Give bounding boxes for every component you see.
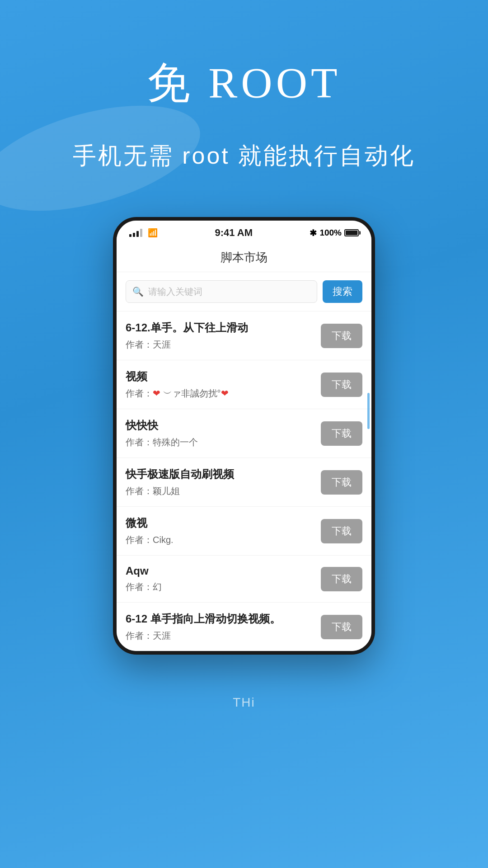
status-time: 9:41 AM	[215, 227, 253, 239]
script-name: Aqw	[126, 565, 314, 577]
signal-bar-3	[136, 231, 139, 237]
search-bar-row: 🔍 请输入关键词 搜索	[117, 272, 371, 311]
bluetooth-icon: ✱	[310, 228, 317, 238]
script-info: 6-12 单手指向上滑动切换视频。 作者：天涯	[126, 612, 314, 642]
script-author: 作者：特殊的一个	[126, 436, 314, 448]
script-info: 快快快 作者：特殊的一个	[126, 418, 314, 448]
author-prefix: 作者：	[126, 388, 153, 398]
battery-percent: 100%	[319, 228, 342, 238]
script-name: 视频	[126, 369, 314, 384]
status-bar: 📶 9:41 AM ✱ 100%	[117, 221, 371, 242]
script-info: 视频 作者：❤ ︶ァ非誠勿扰°❤	[126, 369, 314, 400]
download-button[interactable]: 下载	[321, 567, 362, 591]
script-name: 快手极速版自动刷视频	[126, 467, 314, 481]
app-header: 脚本市场	[117, 242, 371, 272]
list-item: Aqw 作者：幻 下载	[117, 556, 371, 603]
status-left: 📶	[129, 228, 158, 238]
list-item: 微视 作者：Cikg. 下载	[117, 507, 371, 556]
hero-section: 免 ROOT 手机无需 root 就能执行自动化	[0, 0, 488, 199]
signal-icon	[129, 229, 142, 237]
script-name: 6-12.单手。从下往上滑动	[126, 321, 314, 335]
scroll-indicator	[367, 393, 370, 429]
download-button[interactable]: 下载	[321, 519, 362, 543]
search-placeholder: 请输入关键词	[148, 286, 202, 298]
battery-icon	[344, 229, 359, 236]
script-author: 作者：幻	[126, 581, 314, 593]
phone-frame: 📶 9:41 AM ✱ 100% 脚本市场 🔍 请输入关键词 搜索	[113, 217, 375, 655]
download-button[interactable]: 下载	[321, 615, 362, 639]
status-right: ✱ 100%	[310, 228, 359, 238]
script-author: 作者：Cikg.	[126, 534, 314, 546]
script-author: 作者：❤ ︶ァ非誠勿扰°❤	[126, 387, 314, 400]
search-icon: 🔍	[132, 286, 144, 297]
script-info: 6-12.单手。从下往上滑动 作者：天涯	[126, 321, 314, 351]
bottom-hint: THi	[0, 682, 488, 710]
signal-bar-4	[140, 229, 142, 237]
signal-bar-2	[133, 233, 135, 237]
script-list: 6-12.单手。从下往上滑动 作者：天涯 下载 视频 作者：❤ ︶ァ非誠勿扰°❤…	[117, 311, 371, 651]
search-input-wrapper[interactable]: 🔍 请输入关键词	[126, 280, 317, 303]
wifi-icon: 📶	[148, 228, 158, 238]
script-name: 6-12 单手指向上滑动切换视频。	[126, 612, 314, 626]
heart-icon-left: ❤	[153, 388, 160, 398]
hero-title: 免 ROOT	[0, 54, 488, 113]
download-button[interactable]: 下载	[321, 373, 362, 397]
download-button[interactable]: 下载	[321, 324, 362, 348]
script-info: Aqw 作者：幻	[126, 565, 314, 593]
signal-bar-1	[129, 234, 131, 237]
author-text: ︶ァ非誠勿扰°	[160, 388, 221, 398]
script-author: 作者：天涯	[126, 339, 314, 351]
list-item: 6-12.单手。从下往上滑动 作者：天涯 下载	[117, 311, 371, 360]
list-item: 快快快 作者：特殊的一个 下载	[117, 409, 371, 458]
download-button[interactable]: 下载	[321, 421, 362, 446]
search-button[interactable]: 搜索	[323, 280, 362, 303]
bottom-hint-text: THi	[233, 695, 255, 709]
script-info: 快手极速版自动刷视频 作者：颖儿姐	[126, 467, 314, 497]
heart-icon-right: ❤	[221, 388, 229, 398]
script-name: 微视	[126, 516, 314, 530]
download-button[interactable]: 下载	[321, 470, 362, 495]
script-author: 作者：天涯	[126, 630, 314, 642]
script-info: 微视 作者：Cikg.	[126, 516, 314, 546]
phone-mockup-container: 📶 9:41 AM ✱ 100% 脚本市场 🔍 请输入关键词 搜索	[0, 199, 488, 682]
script-author: 作者：颖儿姐	[126, 485, 314, 497]
script-name: 快快快	[126, 418, 314, 433]
list-item: 视频 作者：❤ ︶ァ非誠勿扰°❤ 下载	[117, 360, 371, 409]
list-item: 快手极速版自动刷视频 作者：颖儿姐 下载	[117, 458, 371, 507]
battery-fill	[346, 231, 357, 235]
list-item: 6-12 单手指向上滑动切换视频。 作者：天涯 下载	[117, 603, 371, 651]
